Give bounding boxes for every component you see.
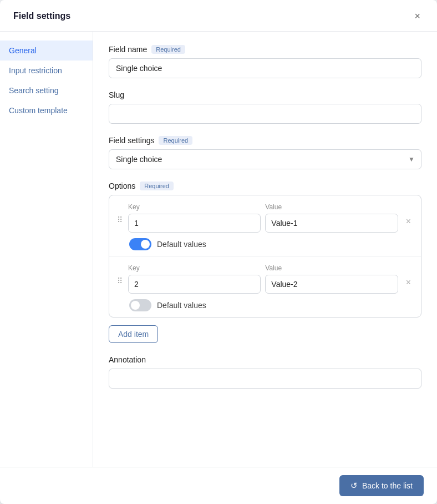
- add-item-button[interactable]: Add item: [109, 325, 158, 343]
- back-icon: ↺: [350, 481, 358, 491]
- close-button[interactable]: ×: [411, 10, 424, 22]
- drag-handle-icon[interactable]: ⠿: [116, 276, 124, 285]
- field-name-group: Field name Required: [109, 45, 421, 78]
- option-row-fields: ⠿ Key Value ×: [116, 264, 414, 294]
- slug-label: Slug: [109, 90, 421, 99]
- back-label: Back to the list: [362, 481, 413, 490]
- options-container: ⠿ Key Value × Default values ⠿ Key: [109, 195, 421, 317]
- field-settings-modal: Field settings × GeneralInput restrictio…: [0, 0, 437, 504]
- key-field-group: Key: [128, 203, 261, 233]
- default-values-row: Default values: [116, 299, 414, 311]
- value-label: Value: [265, 203, 398, 211]
- default-values-label: Default values: [157, 240, 206, 249]
- annotation-label: Annotation: [109, 355, 421, 364]
- annotation-input[interactable]: [109, 369, 421, 389]
- option-row-fields: ⠿ Key Value ×: [116, 203, 414, 233]
- value-input[interactable]: [265, 275, 398, 294]
- field-settings-group: Field settings Required Single choice ▼: [109, 136, 421, 169]
- default-values-toggle[interactable]: [129, 299, 151, 311]
- field-name-input[interactable]: [109, 58, 421, 78]
- sidebar-item-custom-template[interactable]: Custom template: [0, 100, 93, 120]
- key-field-group: Key: [128, 264, 261, 294]
- key-label: Key: [128, 203, 261, 211]
- sidebar: GeneralInput restrictionSearch settingCu…: [0, 32, 93, 467]
- modal-title: Field settings: [13, 11, 70, 21]
- slug-input[interactable]: [109, 104, 421, 124]
- sidebar-item-input-restriction[interactable]: Input restriction: [0, 61, 93, 80]
- key-label: Key: [128, 264, 261, 272]
- modal-header: Field settings ×: [0, 0, 437, 32]
- value-field-group: Value: [265, 203, 398, 233]
- slug-group: Slug: [109, 90, 421, 124]
- value-label: Value: [265, 264, 398, 272]
- value-field-group: Value: [265, 264, 398, 294]
- annotation-group: Annotation: [109, 355, 421, 389]
- field-name-label: Field name Required: [109, 45, 421, 54]
- sidebar-item-general[interactable]: General: [0, 41, 93, 61]
- default-values-toggle[interactable]: [129, 238, 151, 250]
- option-row: ⠿ Key Value × Default values: [109, 195, 421, 256]
- field-settings-select[interactable]: Single choice: [109, 149, 421, 169]
- field-settings-label: Field settings Required: [109, 136, 421, 145]
- modal-body: GeneralInput restrictionSearch settingCu…: [0, 32, 437, 467]
- options-label: Options Required: [109, 182, 421, 190]
- field-settings-select-wrapper: Single choice ▼: [109, 149, 421, 169]
- sidebar-item-search-setting[interactable]: Search setting: [0, 80, 93, 100]
- back-to-list-button[interactable]: ↺ Back to the list: [339, 475, 424, 496]
- options-badge: Required: [140, 182, 174, 190]
- field-settings-badge: Required: [159, 136, 192, 145]
- modal-footer: ↺ Back to the list: [0, 467, 437, 504]
- default-values-row: Default values: [116, 238, 414, 250]
- option-row: ⠿ Key Value × Default values: [109, 256, 421, 317]
- key-input[interactable]: [128, 214, 261, 233]
- main-content: Field name Required Slug Field settings …: [93, 32, 437, 467]
- field-name-badge: Required: [151, 45, 185, 54]
- remove-option-button[interactable]: ×: [403, 276, 414, 289]
- remove-option-button[interactable]: ×: [403, 215, 414, 228]
- default-values-label: Default values: [157, 301, 206, 310]
- key-input[interactable]: [128, 275, 261, 294]
- options-group: Options Required ⠿ Key Value ×: [109, 182, 421, 343]
- value-input[interactable]: [265, 214, 398, 233]
- drag-handle-icon[interactable]: ⠿: [116, 215, 124, 224]
